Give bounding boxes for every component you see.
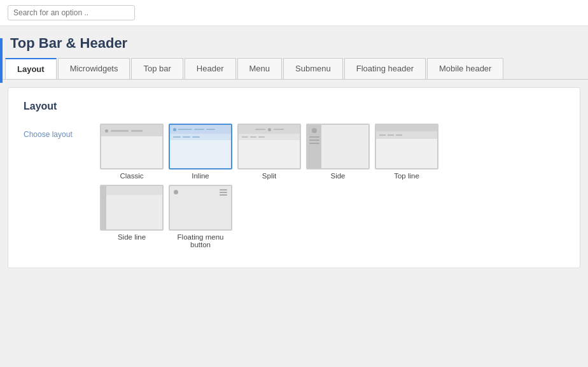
layout-thumb-inline xyxy=(169,124,232,169)
layout-label-classic: Classic xyxy=(120,172,143,180)
layout-label-split: Split xyxy=(262,172,276,180)
layout-thumb-floating xyxy=(169,185,232,231)
tab-mobile-header[interactable]: Mobile header xyxy=(427,58,503,79)
layout-label-side: Side xyxy=(330,172,345,180)
layout-thumb-side xyxy=(306,124,370,169)
layout-thumb-split xyxy=(237,124,301,169)
layout-option-side[interactable]: Side xyxy=(306,124,370,180)
layout-label-sideline: Side line xyxy=(118,233,146,241)
layout-option-split[interactable]: Split xyxy=(237,124,301,180)
layout-label-topline: Top line xyxy=(394,172,419,180)
layout-thumb-classic xyxy=(100,124,164,169)
layout-thumb-topline xyxy=(375,124,438,169)
layout-chooser: Choose layout Classic xyxy=(24,124,564,248)
layout-option-inline[interactable]: Inline xyxy=(169,124,232,180)
search-input[interactable] xyxy=(8,5,135,20)
tab-floating-header[interactable]: Floating header xyxy=(344,58,426,79)
tab-submenu[interactable]: Submenu xyxy=(283,58,343,79)
layout-label-inline: Inline xyxy=(192,172,209,180)
layout-label-floating: Floating menu button xyxy=(178,233,224,248)
tab-topbar[interactable]: Top bar xyxy=(131,58,183,79)
layout-option-sideline[interactable]: Side line xyxy=(100,185,164,248)
tabs-container: Layout Microwidgets Top bar Header Menu … xyxy=(0,58,588,80)
page-title: Top Bar & Header xyxy=(0,26,588,58)
tab-header[interactable]: Header xyxy=(185,58,236,79)
layout-grid: Classic xyxy=(100,124,494,248)
choose-layout-label: Choose layout xyxy=(24,124,100,139)
accent-bar xyxy=(0,38,3,83)
tab-menu[interactable]: Menu xyxy=(237,58,283,79)
tab-layout[interactable]: Layout xyxy=(5,58,57,79)
tab-microwidgets[interactable]: Microwidgets xyxy=(58,58,130,79)
layout-option-topline[interactable]: Top line xyxy=(375,124,438,180)
main-content: Layout Choose layout Classic xyxy=(8,87,580,268)
layout-thumb-sideline xyxy=(100,185,164,231)
search-bar xyxy=(0,0,588,26)
layout-option-floating[interactable]: Floating menu button xyxy=(169,185,232,248)
layout-option-classic[interactable]: Classic xyxy=(100,124,164,180)
section-title: Layout xyxy=(24,101,564,112)
